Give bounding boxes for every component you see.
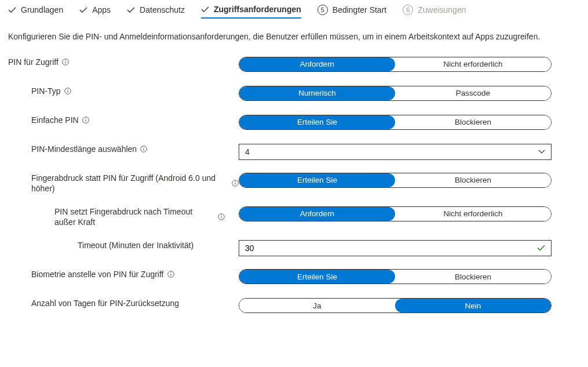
row-pin-access: PIN für Zugriff Anfordern Nicht erforder… xyxy=(8,57,580,73)
row-simple-pin: Einfache PIN Erteilen Sie Blockieren xyxy=(8,115,580,131)
opt-blockieren[interactable]: Blockieren xyxy=(395,115,551,129)
info-icon[interactable] xyxy=(62,59,69,66)
opt-nein[interactable]: Nein xyxy=(395,299,551,313)
info-icon[interactable] xyxy=(167,271,174,278)
tab-label: Grundlagen xyxy=(21,5,63,14)
row-fingerprint: Fingerabdruck statt PIN für Zugriff (And… xyxy=(8,173,580,194)
opt-nicht-erforderlich[interactable]: Nicht erforderlich xyxy=(395,57,551,71)
label-min-length: PIN-Mindestlänge auswählen xyxy=(31,144,137,154)
tab-label: Zuweisungen xyxy=(418,5,466,14)
info-icon[interactable] xyxy=(232,180,239,187)
tab-bedingter-start[interactable]: 5 Bedingter Start xyxy=(317,5,386,19)
toggle-pin-access[interactable]: Anfordern Nicht erforderlich xyxy=(239,57,552,72)
info-icon[interactable] xyxy=(64,88,71,95)
step-number: 5 xyxy=(317,5,328,15)
opt-passcode[interactable]: Passcode xyxy=(395,86,551,100)
tab-label: Zugriffsanforderungen xyxy=(214,5,301,14)
check-icon xyxy=(79,7,87,13)
toggle-pin-type[interactable]: Numerisch Passcode xyxy=(239,86,552,101)
step-number: 6 xyxy=(403,5,413,15)
toggle-biometrics[interactable]: Erteilen Sie Blockieren xyxy=(239,269,552,284)
info-icon[interactable] xyxy=(140,146,147,152)
select-min-length[interactable]: 4 xyxy=(239,144,552,160)
page-description: Konfigurieren Sie die PIN- und Anmeldein… xyxy=(8,31,580,43)
check-icon xyxy=(127,7,135,13)
opt-blockieren[interactable]: Blockieren xyxy=(395,270,551,284)
opt-anfordern[interactable]: Anfordern xyxy=(239,57,395,71)
toggle-reset-days[interactable]: Ja Nein xyxy=(239,298,552,313)
opt-ja[interactable]: Ja xyxy=(239,299,395,313)
wizard-tabs: Grundlagen Apps Datenschutz Zugriffsanfo… xyxy=(8,5,580,19)
check-icon xyxy=(201,6,209,13)
tab-apps[interactable]: Apps xyxy=(79,5,111,18)
opt-anfordern[interactable]: Anfordern xyxy=(239,207,395,221)
opt-blockieren[interactable]: Blockieren xyxy=(395,173,551,187)
opt-erteilen[interactable]: Erteilen Sie xyxy=(239,270,395,284)
tab-grundlagen[interactable]: Grundlagen xyxy=(8,5,63,18)
label-reset-days: Anzahl von Tagen für PIN-Zurücksetzung xyxy=(31,298,179,308)
tab-datenschutz[interactable]: Datenschutz xyxy=(127,5,185,18)
input-wrap-timeout xyxy=(239,240,552,256)
row-reset-days: Anzahl von Tagen für PIN-Zurücksetzung J… xyxy=(8,298,580,314)
opt-erteilen[interactable]: Erteilen Sie xyxy=(239,173,395,187)
opt-nicht-erforderlich[interactable]: Nicht erforderlich xyxy=(395,207,551,221)
timeout-input[interactable] xyxy=(239,241,551,256)
label-simple-pin: Einfache PIN xyxy=(31,115,79,125)
label-timeout: Timeout (Minuten der Inaktivität) xyxy=(78,240,193,250)
info-icon[interactable] xyxy=(82,117,89,123)
chevron-down-icon xyxy=(538,150,545,154)
tab-zuweisungen[interactable]: 6 Zuweisungen xyxy=(403,5,466,19)
toggle-simple-pin[interactable]: Erteilen Sie Blockieren xyxy=(239,115,552,130)
opt-numerisch[interactable]: Numerisch xyxy=(239,86,395,100)
row-override: PIN setzt Fingerabdruck nach Timeout auß… xyxy=(8,206,580,227)
label-override: PIN setzt Fingerabdruck nach Timeout auß… xyxy=(54,206,214,227)
tab-zugriffsanforderungen[interactable]: Zugriffsanforderungen xyxy=(201,5,301,19)
toggle-override[interactable]: Anfordern Nicht erforderlich xyxy=(239,206,552,221)
tab-label: Apps xyxy=(92,5,111,14)
label-biometrics: Biometrie anstelle von PIN für Zugriff xyxy=(31,269,164,279)
row-timeout: Timeout (Minuten der Inaktivität) xyxy=(8,240,580,256)
label-fingerprint: Fingerabdruck statt PIN für Zugriff (And… xyxy=(31,173,228,194)
info-icon[interactable] xyxy=(218,213,225,220)
select-value: 4 xyxy=(245,147,250,157)
opt-erteilen[interactable]: Erteilen Sie xyxy=(239,115,395,129)
row-biometrics: Biometrie anstelle von PIN für Zugriff E… xyxy=(8,269,580,285)
row-pin-type: PIN-Typ Numerisch Passcode xyxy=(8,86,580,102)
tab-label: Datenschutz xyxy=(140,5,185,14)
label-pin-access: PIN für Zugriff xyxy=(8,57,59,67)
row-min-length: PIN-Mindestlänge auswählen 4 xyxy=(8,144,580,160)
label-pin-type: PIN-Typ xyxy=(31,86,61,96)
toggle-fingerprint[interactable]: Erteilen Sie Blockieren xyxy=(239,173,552,188)
tab-label: Bedingter Start xyxy=(333,5,386,14)
check-icon xyxy=(8,7,16,13)
